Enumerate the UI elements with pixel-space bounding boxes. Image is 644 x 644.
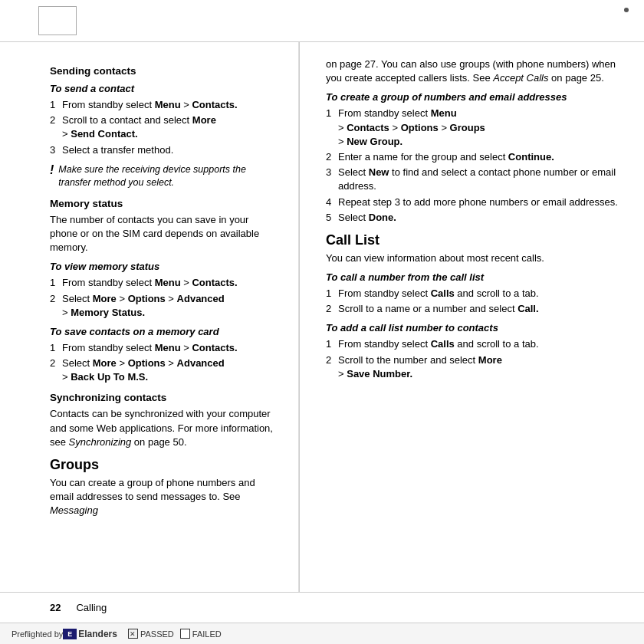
page-container: Sending contacts To send a contact 1 Fro… — [0, 0, 644, 644]
failed-checkbox — [180, 629, 190, 639]
left-column: Sending contacts To send a contact 1 Fro… — [0, 42, 299, 592]
create-steps-list: 1 From standby select Menu> Contacts > O… — [326, 107, 621, 225]
memory-status-section: Memory status The number of contacts you… — [50, 198, 275, 385]
save-steps-list: 1 From standby select Menu > Contacts. 2… — [50, 341, 275, 385]
sync-contacts-section: Synchronizing contacts Contacts can be s… — [50, 392, 275, 449]
groups-section: Groups You can create a group of phone n… — [50, 457, 275, 518]
sync-contacts-title: Synchronizing contacts — [50, 392, 275, 403]
save-step-2: 2 Select More > Options > Advanced> Back… — [50, 356, 275, 384]
send-steps-list: 1 From standby select Menu > Contacts. 2… — [50, 98, 275, 157]
create-step-2: 2 Enter a name for the group and select … — [326, 150, 621, 164]
call-step-2: 2 Scroll to a name or a number and selec… — [326, 302, 621, 316]
note-icon: ! — [50, 162, 54, 179]
page-number-area: 22 Calling — [0, 592, 644, 623]
send-step-2: 2 Scroll to a contact and select More> S… — [50, 113, 275, 141]
view-steps-list: 1 From standby select Menu > Contacts. 2… — [50, 276, 275, 320]
to-add-title: To add a call list number to contacts — [326, 322, 621, 334]
sending-contacts-section: Sending contacts To send a contact 1 Fro… — [50, 65, 275, 190]
memory-status-body: The number of contacts you can save in y… — [50, 213, 275, 255]
right-column: on page 27. You can also use groups (wit… — [299, 42, 644, 592]
passed-indicator: ✕ PASSED — [128, 629, 174, 639]
corner-dot-right — [624, 8, 629, 12]
create-step-3: 3 Select New to find and select a contac… — [326, 166, 621, 193]
call-list-body: You can view information about most rece… — [326, 251, 621, 265]
call-list-section: Call List You can view information about… — [326, 232, 621, 381]
preflight-text: Preflighted by — [12, 629, 63, 639]
groups-body: You can create a group of phone numbers … — [50, 476, 275, 518]
elanders-logo-icon: E — [63, 629, 77, 639]
note-block: ! Make sure the receiving device support… — [50, 163, 275, 190]
right-intro: on page 27. You can also use groups (wit… — [326, 58, 621, 85]
send-step-1: 1 From standby select Menu > Contacts. — [50, 98, 275, 112]
memory-status-title: Memory status — [50, 198, 275, 209]
passed-checkbox: ✕ — [128, 629, 138, 639]
to-call-title: To call a number from the call list — [326, 271, 621, 283]
to-view-title: To view memory status — [50, 261, 275, 272]
view-step-1: 1 From standby select Menu > Contacts. — [50, 276, 275, 290]
add-steps-list: 1 From standby select Calls and scroll t… — [326, 337, 621, 381]
to-send-title: To send a contact — [50, 83, 275, 94]
sync-body: Contacts can be synchronized with your c… — [50, 407, 275, 449]
top-border — [0, 0, 644, 42]
elanders-name: Elanders — [78, 629, 117, 639]
call-step-1: 1 From standby select Calls and scroll t… — [326, 287, 621, 301]
groups-title: Groups — [50, 457, 275, 473]
create-step-4: 4 Repeat step 3 to add more phone number… — [326, 196, 621, 209]
passed-label: PASSED — [140, 629, 174, 639]
page-label: Calling — [76, 602, 107, 613]
add-step-1: 1 From standby select Calls and scroll t… — [326, 337, 621, 351]
save-step-1: 1 From standby select Menu > Contacts. — [50, 341, 275, 355]
view-step-2: 2 Select More > Options > Advanced> Memo… — [50, 292, 275, 320]
add-step-2: 2 Scroll to the number and select More> … — [326, 353, 621, 381]
page-number: 22 — [50, 602, 61, 613]
call-steps-list: 1 From standby select Calls and scroll t… — [326, 287, 621, 316]
sending-contacts-title: Sending contacts — [50, 65, 275, 77]
preflight-bar: Preflighted by E Elanders ✕ PASSED FAILE… — [0, 623, 644, 644]
to-save-title: To save contacts on a memory card — [50, 326, 275, 337]
create-step-5: 5 Select Done. — [326, 211, 621, 225]
create-step-1: 1 From standby select Menu> Contacts > O… — [326, 107, 621, 149]
failed-label: FAILED — [192, 629, 222, 639]
failed-indicator: FAILED — [180, 629, 222, 639]
call-list-title: Call List — [326, 232, 621, 248]
to-create-title: To create a group of numbers and email a… — [326, 91, 621, 103]
send-step-3: 3 Select a transfer method. — [50, 143, 275, 157]
corner-box-left — [38, 6, 77, 35]
note-text: Make sure the receiving device supports … — [58, 163, 275, 190]
